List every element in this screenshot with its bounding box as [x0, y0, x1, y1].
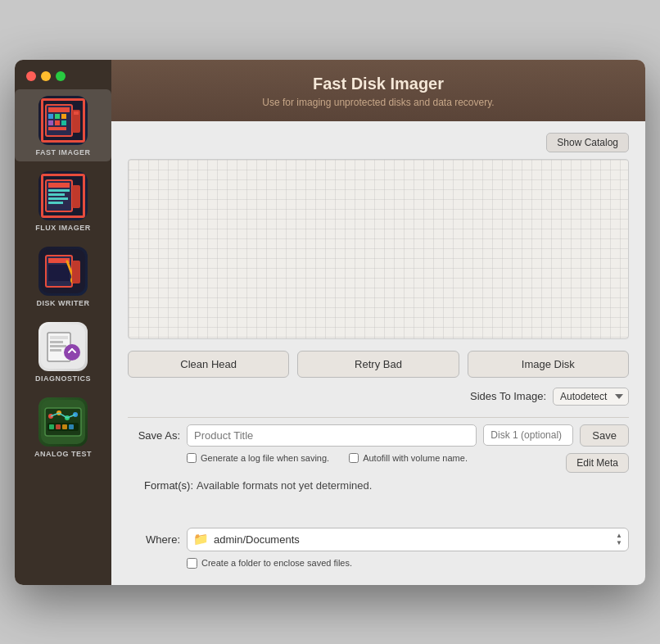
svg-rect-2 — [48, 107, 70, 112]
log-checkbox-text: Generate a log file when saving. — [201, 453, 329, 463]
retry-bad-button[interactable]: Retry Bad — [297, 351, 459, 378]
svg-rect-1 — [46, 105, 72, 136]
image-disk-button[interactable]: Image Disk — [468, 351, 629, 378]
product-title-input[interactable] — [187, 424, 477, 447]
svg-rect-18 — [48, 202, 63, 204]
svg-rect-43 — [49, 424, 54, 429]
svg-rect-45 — [62, 424, 67, 429]
analog-test-icon — [38, 397, 88, 447]
sidebar-item-diagnostics[interactable]: DIAGNOSTICS — [15, 315, 111, 388]
svg-rect-11 — [74, 111, 79, 115]
sidebar: FAST IMAGER FLUX IMAGER — [15, 60, 111, 585]
traffic-lights — [26, 71, 66, 81]
svg-rect-10 — [72, 110, 80, 133]
main-content: Fast Disk Imager Use for imaging unprote… — [111, 60, 645, 585]
where-label: Where: — [128, 533, 180, 546]
svg-rect-31 — [50, 345, 66, 347]
disk-writer-icon — [38, 247, 88, 296]
save-as-label: Save As: — [128, 429, 180, 442]
svg-rect-5 — [61, 114, 66, 119]
sidebar-item-flux-imager-label: FLUX IMAGER — [35, 224, 91, 232]
sidebar-item-disk-writer-label: DISK WRITER — [37, 299, 90, 307]
svg-rect-26 — [72, 261, 80, 283]
autofill-checkbox[interactable] — [349, 453, 359, 463]
svg-rect-23 — [48, 265, 70, 281]
maximize-button[interactable] — [56, 71, 66, 81]
sidebar-item-analog-test-label: ANALOG TEST — [34, 450, 92, 458]
svg-rect-7 — [55, 120, 60, 125]
svg-rect-0 — [41, 98, 85, 143]
close-button[interactable] — [26, 71, 36, 81]
create-folder-text: Create a folder to enclose saved files. — [201, 558, 352, 568]
svg-rect-16 — [48, 193, 65, 196]
flux-imager-icon — [38, 171, 88, 220]
save-as-row: Save As: Save — [128, 424, 629, 447]
svg-rect-8 — [61, 120, 66, 125]
svg-rect-46 — [69, 424, 74, 429]
svg-rect-17 — [48, 197, 68, 200]
clean-head-button[interactable]: Clean Head — [128, 351, 289, 378]
create-folder-checkbox[interactable] — [187, 558, 197, 569]
format-value: Available formats not yet determined. — [197, 479, 372, 492]
svg-rect-12 — [41, 174, 85, 218]
sides-label: Sides To Image: — [470, 390, 546, 402]
top-bar: Show Catalog — [128, 133, 629, 152]
app-subtitle: Use for imaging unprotected disks and da… — [128, 97, 629, 108]
svg-rect-6 — [48, 120, 53, 125]
sides-select[interactable]: Autodetect Side 1 Only Side 2 Only Both … — [553, 388, 629, 406]
log-checkbox[interactable] — [187, 453, 197, 463]
action-buttons-row: Clean Head Retry Bad Image Disk — [128, 351, 629, 378]
diagnostics-icon — [38, 322, 88, 371]
folder-select-wrapper: 📁 admin/Documents ▲ ▼ — [187, 528, 629, 551]
svg-rect-44 — [56, 424, 61, 429]
autofill-checkbox-text: Autofill with volume name. — [363, 453, 468, 463]
sides-row: Sides To Image: Autodetect Side 1 Only S… — [128, 388, 629, 406]
fast-imager-icon — [38, 96, 88, 145]
svg-rect-29 — [50, 336, 68, 339]
svg-rect-15 — [48, 189, 70, 192]
sidebar-item-fast-imager-label: FAST IMAGER — [35, 148, 90, 156]
save-button[interactable]: Save — [580, 424, 629, 447]
svg-rect-3 — [48, 114, 53, 119]
content-area: Show Catalog Clean Head Retry Bad Image … — [111, 121, 645, 585]
app-header: Fast Disk Imager Use for imaging unprote… — [111, 60, 645, 121]
svg-rect-14 — [48, 183, 70, 188]
sidebar-item-fast-imager[interactable]: FAST IMAGER — [15, 89, 111, 161]
checkbox-row: Generate a log file when saving. Autofil… — [187, 453, 468, 463]
app-title: Fast Disk Imager — [128, 75, 629, 93]
minimize-button[interactable] — [41, 71, 51, 81]
svg-rect-9 — [48, 127, 66, 130]
edit-meta-button[interactable]: Edit Meta — [566, 453, 629, 473]
svg-rect-19 — [72, 185, 80, 208]
grid-display-area — [128, 159, 629, 339]
format-row: Format(s): Available formats not yet det… — [128, 479, 629, 492]
show-catalog-button[interactable]: Show Catalog — [546, 133, 629, 152]
spacer — [128, 503, 629, 528]
sidebar-item-disk-writer[interactable]: DISK WRITER — [15, 240, 111, 312]
divider-1 — [128, 417, 629, 418]
svg-point-33 — [64, 344, 80, 361]
svg-rect-13 — [46, 180, 72, 211]
autofill-checkbox-label[interactable]: Autofill with volume name. — [349, 453, 468, 463]
sidebar-item-diagnostics-label: DIAGNOSTICS — [35, 374, 91, 383]
svg-rect-32 — [50, 349, 61, 351]
svg-rect-4 — [55, 114, 60, 119]
sidebar-item-analog-test[interactable]: ANALOG TEST — [15, 391, 111, 463]
format-label: Format(s): — [128, 479, 193, 492]
create-folder-row: Create a folder to enclose saved files. — [187, 558, 629, 569]
svg-rect-30 — [50, 341, 63, 343]
where-select[interactable]: admin/Documents — [187, 528, 629, 551]
where-row: Where: 📁 admin/Documents ▲ ▼ — [128, 528, 629, 551]
disk-input[interactable] — [483, 424, 573, 446]
sidebar-item-flux-imager[interactable]: FLUX IMAGER — [15, 165, 111, 237]
log-checkbox-label[interactable]: Generate a log file when saving. — [187, 453, 329, 463]
